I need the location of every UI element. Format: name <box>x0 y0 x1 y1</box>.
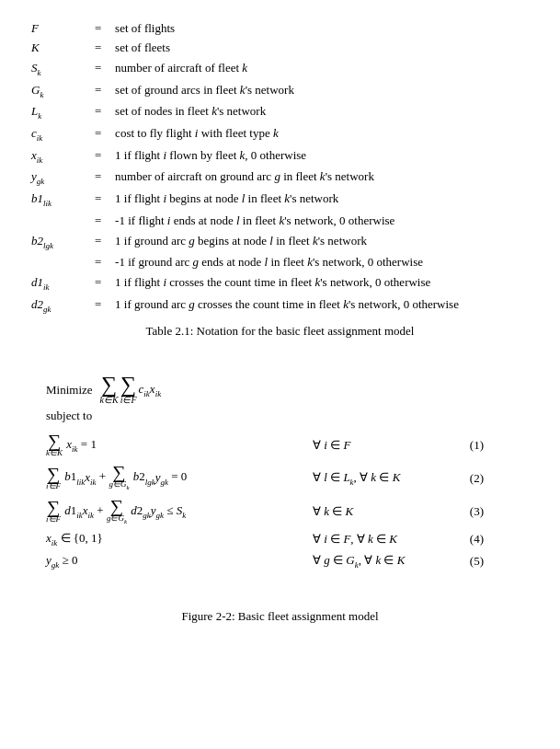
symbol-b2lgk: b2lgk <box>28 231 85 253</box>
symbol-F: F <box>28 18 85 39</box>
table-row: cik = cost to fly flight i with fleet ty… <box>28 124 532 146</box>
table-caption: Table 2.1: Notation for the basic fleet … <box>28 324 532 339</box>
constraint-4-rhs: ∀ i ∈ F, ∀ k ∈ K <box>285 532 451 547</box>
table-row: ygk = number of aircraft on ground arc g… <box>28 167 532 190</box>
table-row: Gk = set of ground arcs in fleet k's net… <box>28 80 532 102</box>
symbol-Lk: Lk <box>28 102 85 124</box>
constraint-3-num: (3) <box>451 504 484 519</box>
constraint-5-num: (5) <box>451 554 484 569</box>
constraint-1-num: (1) <box>451 438 484 453</box>
desc-F: set of flights <box>111 18 532 39</box>
symbol-Gk: Gk <box>28 80 85 102</box>
symbol-d2gk: d2gk <box>28 294 85 317</box>
notation-table: F = set of flights K = set of fleets Sk … <box>28 18 532 317</box>
table-row: F = set of flights <box>28 18 532 39</box>
constraint-4-lhs: xik ∈ {0, 1} <box>46 531 285 547</box>
table-row: d2gk = 1 if ground arc g crosses the cou… <box>28 294 532 317</box>
constraint-2-num: (2) <box>451 471 484 486</box>
table-row: = -1 if ground arc g ends at node l in f… <box>28 253 532 273</box>
table-row: b2lgk = 1 if ground arc g begins at node… <box>28 231 532 253</box>
table-row: Lk = set of nodes in fleet k's network <box>28 102 532 124</box>
subject-to-label: subject to <box>46 409 514 423</box>
table-row: b1lik = 1 if flight i begins at node l i… <box>28 190 532 212</box>
constraint-3-row: ∑ i∈F d1ikxik + ∑ g∈Gk d2gkygk ≤ Sk ∀ k … <box>46 498 514 525</box>
symbol-Sk: Sk <box>28 59 85 81</box>
symbol-xik: xik <box>28 145 85 167</box>
objective-expr: cikxik <box>139 382 162 398</box>
constraint-5-rhs: ∀ g ∈ Gk, ∀ k ∈ K <box>285 553 451 570</box>
symbol-d1ik: d1ik <box>28 273 85 295</box>
minimize-row: Minimize ∑ k∈K ∑ i∈F cikxik <box>46 375 514 406</box>
constraint-4-row: xik ∈ {0, 1} ∀ i ∈ F, ∀ k ∈ K (4) <box>46 531 514 547</box>
constraint-2-rhs: ∀ l ∈ Lk, ∀ k ∈ K <box>285 470 451 487</box>
symbol-b1lik: b1lik <box>28 190 85 212</box>
table-row: = -1 if flight i ends at node l in fleet… <box>28 211 532 231</box>
constraint-2-lhs: ∑ i∈F b1likxik + ∑ g∈Gk b2lgkygk = 0 <box>46 464 285 491</box>
table-row: xik = 1 if flight i flown by fleet k, 0 … <box>28 145 532 167</box>
symbol-ygk: ygk <box>28 167 85 190</box>
constraint-2-row: ∑ i∈F b1likxik + ∑ g∈Gk b2lgkygk = 0 ∀ l… <box>46 464 514 491</box>
table-row: d1ik = 1 if flight i crosses the count t… <box>28 273 532 295</box>
math-model-section: Minimize ∑ k∈K ∑ i∈F cikxik subject to ∑… <box>28 366 532 584</box>
symbol-K: K <box>28 39 85 59</box>
constraint-1-row: ∑ k∈K xik = 1 ∀ i ∈ F (1) <box>46 432 514 458</box>
constraint-5-lhs: ygk ≥ 0 <box>46 553 285 570</box>
constraint-3-rhs: ∀ k ∈ K <box>285 504 451 519</box>
table-row: K = set of fleets <box>28 39 532 59</box>
figure-caption: Figure 2-2: Basic fleet assignment model <box>28 609 532 624</box>
constraint-1-rhs: ∀ i ∈ F <box>285 438 451 453</box>
symbol-cik: cik <box>28 124 85 146</box>
minimize-label: Minimize <box>46 383 93 398</box>
constraint-4-num: (4) <box>451 532 484 547</box>
constraint-5-row: ygk ≥ 0 ∀ g ∈ Gk, ∀ k ∈ K (5) <box>46 553 514 570</box>
constraint-1-lhs: ∑ k∈K xik = 1 <box>46 432 285 458</box>
table-row: Sk = number of aircraft of fleet k <box>28 59 532 81</box>
constraint-3-lhs: ∑ i∈F d1ikxik + ∑ g∈Gk d2gkygk ≤ Sk <box>46 498 285 525</box>
